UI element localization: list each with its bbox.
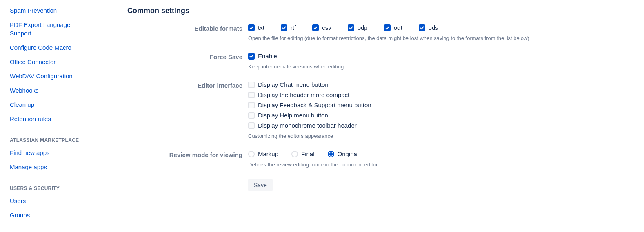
main-content: Common settings Editable formats txtrtfc…: [111, 0, 644, 232]
checkbox-label: rtf: [291, 24, 296, 31]
checkbox-icon: [248, 112, 255, 119]
sidebar-item-office-connector[interactable]: Office Connector: [10, 55, 111, 69]
page-title: Common settings: [127, 7, 628, 15]
label-force-save: Force Save: [127, 53, 248, 60]
checkbox-display-chat-menu-button[interactable]: Display Chat menu button: [248, 81, 628, 88]
help-force-save: Keep intermediate versions when editing: [248, 64, 628, 70]
checkbox-display-monochrome-toolbar-header[interactable]: Display monochrome toolbar header: [248, 122, 628, 129]
checkbox-icon: [312, 24, 319, 31]
sidebar-item-pdf-export-language-support[interactable]: PDF Export Language Support: [10, 18, 83, 40]
checkbox-label: Display monochrome toolbar header: [258, 122, 357, 129]
checkbox-icon: [248, 92, 255, 98]
checkbox-display-the-header-more-compact[interactable]: Display the header more compact: [248, 91, 628, 98]
sidebar-heading-marketplace: ATLASSIAN MARKETPLACE: [10, 126, 111, 146]
radio-label: Markup: [258, 150, 278, 157]
sidebar-item-clean-up[interactable]: Clean up: [10, 97, 111, 112]
checkbox-label: Display Feedback & Support menu button: [258, 102, 371, 108]
row-force-save: Force Save Enable Keep intermediate vers…: [127, 53, 628, 70]
row-editable-formats: Editable formats txtrtfcsvodpodtods Open…: [127, 24, 628, 41]
checkbox-display-help-menu-button[interactable]: Display Help menu button: [248, 112, 628, 119]
checkbox-label: Display Help menu button: [258, 112, 328, 119]
checkbox-format-ods[interactable]: ods: [419, 24, 438, 31]
label-review-mode: Review mode for viewing: [127, 150, 248, 158]
checkbox-format-txt[interactable]: txt: [248, 24, 264, 31]
radio-label: Final: [301, 150, 315, 157]
checkbox-label: odp: [358, 24, 368, 31]
checkbox-icon: [248, 24, 255, 31]
help-editor-interface: Customizing the editors appearance: [248, 133, 628, 139]
radio-review-markup[interactable]: Markup: [248, 150, 278, 157]
label-editable-formats: Editable formats: [127, 24, 248, 32]
checkbox-label: Display Chat menu button: [258, 81, 329, 88]
row-review-mode: Review mode for viewing MarkupFinalOrigi…: [127, 150, 628, 168]
checkbox-icon: [248, 82, 255, 88]
checkbox-label: txt: [258, 24, 264, 31]
row-editor-interface: Editor interface Display Chat menu butto…: [127, 81, 628, 139]
checkbox-label: Display the header more compact: [258, 91, 349, 98]
checkbox-icon: [419, 24, 425, 31]
sidebar: Spam Prevention PDF Export Language Supp…: [0, 0, 111, 232]
checkbox-icon: [384, 24, 391, 31]
checkbox-label: ods: [429, 24, 438, 31]
radio-review-original[interactable]: Original: [328, 150, 359, 157]
checkbox-format-odt[interactable]: odt: [384, 24, 402, 31]
radio-label: Original: [338, 150, 359, 157]
row-save: Save: [127, 179, 628, 191]
checkbox-label: odt: [394, 24, 402, 31]
checkbox-format-rtf[interactable]: rtf: [281, 24, 296, 31]
sidebar-item-manage-apps[interactable]: Manage apps: [10, 160, 111, 174]
radio-icon: [248, 151, 255, 157]
sidebar-item-webhooks[interactable]: Webhooks: [10, 83, 111, 97]
checkbox-format-odp[interactable]: odp: [348, 24, 368, 31]
sidebar-item-retention-rules[interactable]: Retention rules: [10, 112, 111, 126]
radio-review-final[interactable]: Final: [291, 150, 315, 157]
checkbox-icon: [248, 122, 255, 129]
checkbox-icon: [281, 24, 287, 31]
sidebar-heading-users-security: USERS & SECURITY: [10, 174, 111, 194]
checkbox-label: Enable: [258, 53, 277, 60]
checkbox-display-feedback-support-menu-button[interactable]: Display Feedback & Support menu button: [248, 102, 628, 108]
sidebar-item-configure-code-macro[interactable]: Configure Code Macro: [10, 40, 111, 55]
help-editable-formats: Open the file for editing (due to format…: [248, 35, 628, 41]
sidebar-item-groups[interactable]: Groups: [10, 208, 111, 222]
checkbox-icon: [248, 53, 255, 60]
checkbox-format-csv[interactable]: csv: [312, 24, 331, 31]
radio-icon: [291, 151, 298, 157]
sidebar-item-users[interactable]: Users: [10, 194, 111, 208]
sidebar-item-spam-prevention[interactable]: Spam Prevention: [10, 3, 111, 18]
save-button[interactable]: Save: [248, 179, 273, 191]
checkbox-icon: [348, 24, 354, 31]
label-editor-interface: Editor interface: [127, 81, 248, 89]
sidebar-item-find-new-apps[interactable]: Find new apps: [10, 146, 111, 160]
radio-icon: [328, 151, 334, 157]
checkbox-icon: [248, 102, 255, 108]
help-review-mode: Defines the review editing mode in the d…: [248, 161, 628, 168]
checkbox-label: csv: [322, 24, 331, 31]
sidebar-item-webdav-configuration[interactable]: WebDAV Configuration: [10, 69, 111, 83]
checkbox-force-save-enable[interactable]: Enable: [248, 53, 628, 60]
